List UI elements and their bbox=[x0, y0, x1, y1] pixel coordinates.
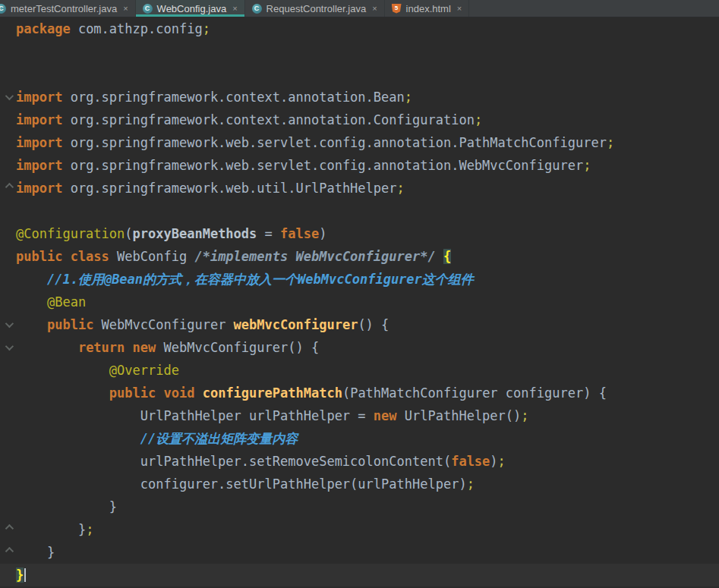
code-text: //1.使用@Bean的方式，在容器中放入一个WebMvcConfigurer这… bbox=[16, 268, 474, 291]
code-line[interactable]: } bbox=[0, 495, 719, 518]
code-line[interactable]: import org.springframework.web.servlet.c… bbox=[0, 154, 719, 177]
code-line[interactable]: return new WebMvcConfigurer() { bbox=[0, 336, 719, 359]
editor-tab[interactable]: 5 index.html × bbox=[385, 0, 470, 17]
tab-label: WebConfig.java bbox=[157, 3, 227, 14]
close-tab-icon[interactable]: × bbox=[232, 4, 237, 13]
code-token: } bbox=[16, 568, 24, 583]
html-icon: 5 bbox=[392, 4, 402, 14]
code-text: }; bbox=[16, 518, 93, 541]
fold-marker-icon[interactable] bbox=[5, 547, 13, 555]
gutter bbox=[0, 382, 16, 404]
code-line[interactable]: UrlPathHelper urlPathHelper = new UrlPat… bbox=[0, 404, 719, 427]
gutter bbox=[0, 63, 16, 86]
code-line[interactable]: @Configuration(proxyBeanMethods = false) bbox=[0, 222, 719, 245]
code-line[interactable]: import org.springframework.context.annot… bbox=[0, 108, 719, 131]
code-token bbox=[16, 294, 47, 310]
code-text: return new WebMvcConfigurer() { bbox=[16, 336, 319, 359]
gutter bbox=[0, 495, 16, 518]
code-text: } bbox=[16, 564, 26, 586]
code-token bbox=[16, 317, 47, 332]
gutter bbox=[0, 40, 16, 63]
gutter bbox=[0, 222, 16, 245]
gutter bbox=[0, 200, 16, 222]
code-text: urlPathHelper.setRemoveSemicolonContent(… bbox=[16, 450, 506, 473]
fold-marker-icon[interactable] bbox=[5, 524, 13, 533]
code-token: import bbox=[16, 181, 62, 196]
tab-label: index.html bbox=[406, 3, 451, 14]
code-line[interactable]: @Override bbox=[0, 359, 719, 382]
code-token: webMvcConfigurer bbox=[234, 317, 358, 332]
gutter bbox=[0, 108, 16, 131]
code-token: proxyBeanMethods bbox=[133, 226, 257, 241]
code-line[interactable]: } bbox=[0, 564, 719, 586]
code-token: ; bbox=[467, 476, 475, 492]
code-token: ; bbox=[405, 90, 412, 105]
code-token: org.springframework.context.annotation.C… bbox=[62, 112, 474, 127]
code-token bbox=[16, 340, 78, 355]
code-token: WebConfig bbox=[109, 249, 195, 264]
code-token: ; bbox=[583, 158, 591, 173]
code-token: return new bbox=[78, 340, 156, 355]
code-token: = bbox=[257, 226, 280, 241]
code-token bbox=[16, 363, 109, 378]
code-line[interactable]: public void configurePathMatch(PathMatch… bbox=[0, 382, 719, 404]
code-line[interactable]: public WebMvcConfigurer webMvcConfigurer… bbox=[0, 313, 719, 336]
code-token: false bbox=[280, 226, 319, 241]
code-token: org.springframework.web.servlet.config.a… bbox=[62, 158, 583, 173]
gutter bbox=[0, 427, 16, 450]
code-line[interactable]: public class WebConfig /*implements WebM… bbox=[0, 245, 719, 268]
code-line[interactable]: //设置不溢出矩阵变量内容 bbox=[0, 427, 719, 450]
code-text: public class WebConfig /*implements WebM… bbox=[16, 245, 451, 268]
code-text: UrlPathHelper urlPathHelper = new UrlPat… bbox=[16, 404, 529, 427]
editor-tab[interactable]: C RequestController.java × bbox=[245, 0, 385, 17]
code-text: //设置不溢出矩阵变量内容 bbox=[16, 427, 298, 450]
tab-bar: C meterTestController.java × C WebConfig… bbox=[0, 0, 719, 17]
code-token: ) bbox=[319, 226, 326, 241]
code-text: configurer.setUrlPathHelper(urlPathHelpe… bbox=[16, 473, 475, 495]
code-line[interactable]: @Bean bbox=[0, 291, 719, 313]
code-line[interactable]: import org.springframework.web.util.UrlP… bbox=[0, 177, 719, 200]
close-tab-icon[interactable]: × bbox=[457, 4, 462, 13]
code-line[interactable]: import org.springframework.web.servlet.c… bbox=[0, 131, 719, 154]
code-token: ; bbox=[397, 181, 405, 196]
fold-marker-icon[interactable] bbox=[5, 342, 13, 351]
code-line[interactable] bbox=[0, 200, 719, 222]
editor-tab[interactable]: C meterTestController.java × bbox=[0, 0, 136, 17]
code-token: org.springframework.web.util.UrlPathHelp… bbox=[62, 181, 396, 196]
code-line[interactable] bbox=[0, 63, 719, 86]
code-line[interactable]: } bbox=[0, 541, 719, 564]
code-line[interactable]: import org.springframework.context.annot… bbox=[0, 86, 719, 108]
gutter bbox=[0, 450, 16, 473]
close-tab-icon[interactable]: × bbox=[372, 4, 377, 13]
code-line[interactable]: urlPathHelper.setRemoveSemicolonContent(… bbox=[0, 450, 719, 473]
gutter bbox=[0, 177, 16, 200]
code-token: import bbox=[16, 112, 62, 127]
code-token: () { bbox=[358, 317, 389, 332]
class-icon: C bbox=[143, 4, 153, 14]
code-token: public bbox=[47, 317, 93, 332]
code-line[interactable]: package com.athzp.config; bbox=[0, 17, 719, 40]
code-text: } bbox=[16, 541, 55, 564]
code-token: } bbox=[16, 499, 117, 514]
fold-marker-icon[interactable] bbox=[5, 319, 13, 328]
code-line[interactable]: //1.使用@Bean的方式，在容器中放入一个WebMvcConfigurer这… bbox=[0, 268, 719, 291]
class-icon: C bbox=[252, 4, 262, 14]
code-token: public class bbox=[16, 249, 109, 264]
code-token: //1.使用@Bean的方式，在容器中放入一个WebMvcConfigurer这… bbox=[47, 272, 474, 287]
fold-marker-icon[interactable] bbox=[5, 183, 13, 191]
editor-tab[interactable]: C WebConfig.java × bbox=[136, 0, 245, 17]
code-token: { bbox=[443, 249, 451, 264]
close-tab-icon[interactable]: × bbox=[123, 4, 128, 13]
editor[interactable]: package com.athzp.config; import org.spr… bbox=[0, 17, 719, 586]
code-text: public void configurePathMatch(PathMatch… bbox=[16, 382, 607, 404]
code-line[interactable] bbox=[0, 40, 719, 63]
code-line[interactable]: }; bbox=[0, 518, 719, 541]
fold-marker-icon[interactable] bbox=[5, 92, 13, 100]
tab-label: meterTestController.java bbox=[11, 3, 117, 14]
code-token: ( bbox=[125, 226, 132, 241]
class-icon: C bbox=[0, 4, 6, 14]
code-token: @Bean bbox=[47, 294, 86, 310]
code-token: configurePathMatch bbox=[203, 385, 342, 401]
code-line[interactable]: configurer.setUrlPathHelper(urlPathHelpe… bbox=[0, 473, 719, 495]
gutter bbox=[0, 291, 16, 313]
